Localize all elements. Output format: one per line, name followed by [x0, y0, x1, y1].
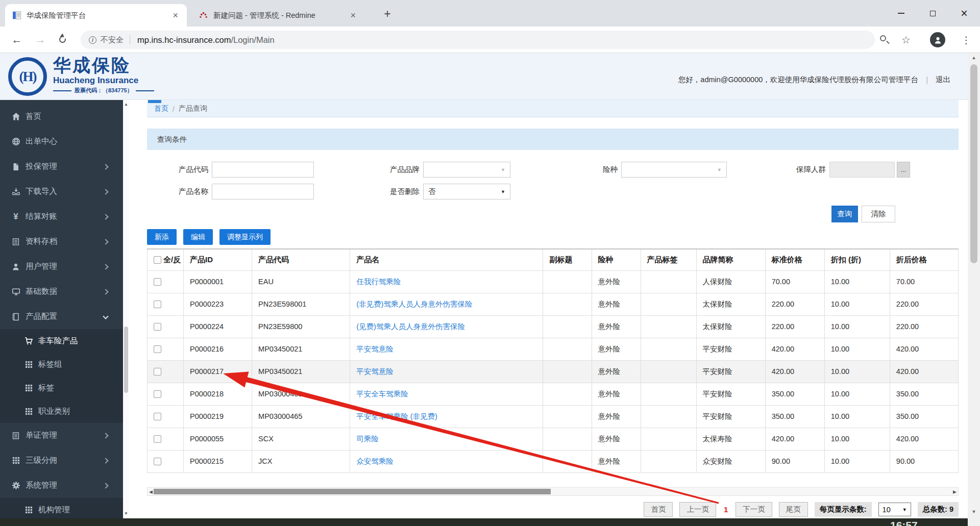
row-checkbox[interactable]: [154, 345, 161, 353]
product-name-link[interactable]: 众安驾乘险: [356, 457, 394, 465]
product-name-link[interactable]: 司乘险: [356, 435, 379, 443]
sidebar-item-tag[interactable]: 标签: [0, 376, 123, 399]
sidebar-item-insure-mgmt[interactable]: 投保管理: [0, 154, 123, 179]
page-scrollbar-thumb[interactable]: [970, 64, 977, 263]
row-checkbox[interactable]: [154, 435, 161, 443]
pagination-next-button[interactable]: 下一页: [736, 502, 772, 517]
breadcrumb-home-link[interactable]: 首页: [154, 104, 168, 113]
product-name-cell: (见费)驾乘人员人身意外伤害保险: [350, 315, 543, 338]
sidebar-item-occupation-category[interactable]: 职业类别: [0, 399, 123, 423]
add-button[interactable]: 新添: [147, 229, 177, 245]
row-checkbox[interactable]: [154, 368, 161, 375]
browser-menu-icon[interactable]: ⋮: [959, 27, 974, 53]
gear-icon: [11, 481, 21, 490]
product-brand-select[interactable]: ▼: [423, 162, 510, 178]
product-name-link[interactable]: 平安全车驾乘险: [356, 390, 408, 398]
close-tab-icon[interactable]: ×: [171, 11, 180, 20]
forward-icon[interactable]: →: [32, 27, 49, 53]
product-name-link[interactable]: 平安驾意险: [356, 367, 394, 375]
horizontal-scrollbar-thumb[interactable]: [154, 489, 551, 494]
search-button[interactable]: 查询: [831, 206, 858, 222]
sidebar-item-base-data[interactable]: 基础数据: [0, 279, 123, 304]
product-name-link[interactable]: 平安全车驾乘险 (非见费): [356, 412, 437, 420]
sidebar-item-billing-center[interactable]: 出单中心: [0, 129, 123, 154]
row-checkbox[interactable]: [154, 458, 161, 465]
scroll-up-icon[interactable]: ▲: [123, 102, 129, 107]
sidebar-item-non-auto-products[interactable]: 非车险产品: [0, 329, 123, 353]
adjust-columns-button[interactable]: 调整显示列: [219, 229, 271, 245]
pagination-current-page: 1: [724, 505, 728, 514]
sidebar-item-user-mgmt[interactable]: 用户管理: [0, 254, 123, 279]
zoom-icon[interactable]: [880, 35, 886, 41]
row-checkbox[interactable]: [154, 413, 161, 420]
horizontal-scrollbar[interactable]: ◀ ▶: [147, 487, 959, 496]
cart-icon: [23, 337, 34, 345]
row-checkbox[interactable]: [154, 300, 161, 308]
sidebar-item-archives[interactable]: 资料存档: [0, 229, 123, 254]
logout-link[interactable]: 退出: [936, 75, 950, 85]
product-code-input[interactable]: [212, 162, 314, 178]
scroll-right-icon[interactable]: ▶: [953, 488, 957, 495]
column-header: 全/反: [148, 249, 184, 270]
sidebar-scrollbar-thumb[interactable]: [124, 327, 128, 393]
bookmark-star-icon[interactable]: ☆: [901, 27, 911, 53]
chevron-right-icon: [103, 289, 108, 294]
sidebar-item-settlement[interactable]: ¥结算对账: [0, 204, 123, 229]
row-checkbox[interactable]: [154, 390, 161, 398]
product-name-link[interactable]: (非见费)驾乘人员人身意外伤害保险: [356, 300, 472, 308]
sidebar-item-system-mgmt[interactable]: 系统管理: [0, 473, 123, 498]
scroll-down-icon[interactable]: ▼: [123, 511, 129, 516]
user-icon: [11, 263, 21, 271]
row-checkbox[interactable]: [154, 278, 161, 286]
table-cell: MP03450021: [252, 338, 350, 360]
sidebar-item-label: 结算对账: [26, 211, 57, 222]
sidebar-item-product-config[interactable]: 产品配置: [0, 304, 123, 329]
chevron-right-icon: [103, 239, 108, 244]
page-scrollbar[interactable]: ▲ ▼: [968, 53, 980, 526]
table-cell: [543, 360, 592, 383]
new-tab-button[interactable]: +: [379, 5, 396, 22]
page-size-select[interactable]: 10 ▼: [878, 503, 911, 516]
pagination-first-button[interactable]: 首页: [644, 502, 673, 517]
is-deleted-select[interactable]: 否 ▼: [423, 184, 510, 199]
sidebar-item-download-import[interactable]: 下载导入: [0, 179, 123, 204]
sidebar-scrollbar[interactable]: ▲ ▼: [123, 100, 129, 526]
product-name-link[interactable]: 平安驾意险: [356, 345, 394, 353]
profile-avatar[interactable]: [930, 32, 945, 47]
product-name-link[interactable]: 任我行驾乘险: [356, 278, 401, 286]
window-maximize-button[interactable]: [917, 0, 948, 27]
sidebar-item-home[interactable]: 首页: [0, 104, 123, 129]
window-close-button[interactable]: ×: [948, 0, 980, 27]
info-icon[interactable]: i: [89, 36, 96, 44]
reload-icon[interactable]: [59, 36, 66, 43]
table-cell: 220.00: [765, 315, 824, 338]
sidebar-item-tag-group[interactable]: 标签组: [0, 353, 123, 376]
table-cell: 350.00: [765, 405, 824, 428]
product-name-link[interactable]: (见费)驾乘人员人身意外伤害保险: [356, 322, 465, 331]
sidebar-item-document-mgmt[interactable]: 单证管理: [0, 423, 123, 448]
row-checkbox[interactable]: [154, 323, 161, 331]
insurance-type-select[interactable]: ▼: [621, 162, 727, 178]
sidebar-item-three-level-commission[interactable]: 三级分佣: [0, 448, 123, 473]
table-cell: P0000218: [184, 383, 252, 405]
table-cell: 人保财险: [696, 270, 765, 293]
product-name-input[interactable]: [212, 184, 314, 199]
scroll-up-icon[interactable]: ▲: [968, 55, 980, 60]
pagination-last-button[interactable]: 尾页: [779, 502, 808, 517]
select-all-checkbox[interactable]: [154, 256, 161, 264]
window-minimize-button[interactable]: [885, 0, 917, 27]
url-path: /Login/Main: [231, 35, 274, 45]
tab-redmine[interactable]: 新建问题 - 管理系统 - Redmine ×: [192, 4, 364, 27]
edit-button[interactable]: 编辑: [183, 229, 213, 245]
protected-group-input[interactable]: [829, 162, 895, 178]
address-input[interactable]: i 不安全 mp.ins.hc-insurance.com /Login/Mai…: [81, 31, 875, 49]
back-icon[interactable]: ←: [8, 27, 26, 53]
scroll-down-icon[interactable]: ▼: [968, 509, 980, 514]
protected-group-picker-button[interactable]: ...: [897, 162, 910, 178]
sidebar-item-label: 下载导入: [26, 186, 57, 197]
clear-button[interactable]: 清除: [862, 206, 895, 222]
close-tab-icon[interactable]: ×: [349, 11, 357, 20]
scroll-left-icon[interactable]: ◀: [149, 488, 153, 495]
pagination-prev-button[interactable]: 上一页: [679, 502, 716, 517]
tab-huacheng[interactable]: 华成保险管理平台 ×: [5, 4, 187, 27]
